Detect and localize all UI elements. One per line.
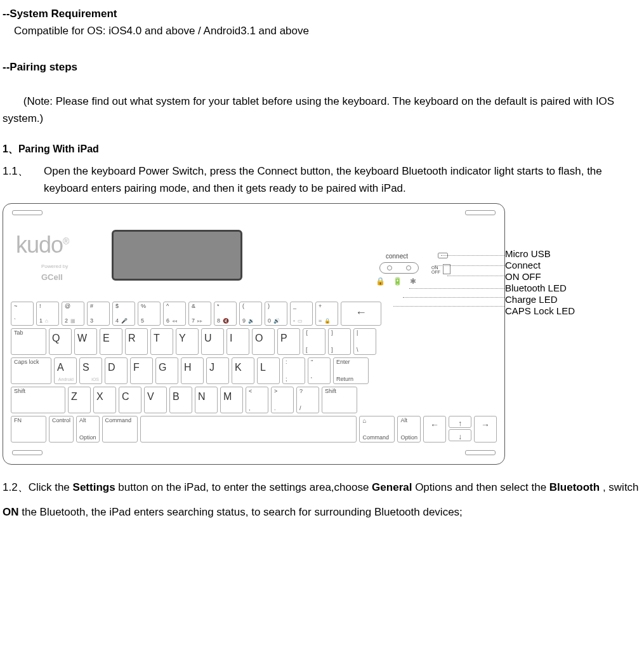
key-arrow-left: ← bbox=[423, 416, 446, 443]
key-F: F bbox=[130, 357, 153, 384]
key-=: +=🔒 bbox=[315, 302, 338, 326]
key-arrow-updown: ↑↓ bbox=[449, 416, 471, 443]
annot-caps-led: CAPS Lock LED bbox=[505, 305, 575, 316]
key-command-left: Command bbox=[102, 416, 138, 443]
key-command-right: ⌂Command bbox=[359, 416, 395, 443]
key-U: U bbox=[201, 328, 224, 355]
key-A: AAndroid bbox=[54, 357, 77, 384]
key-S: SiOS bbox=[79, 357, 102, 384]
step-body-1-1: Open the keyboard Power Switch, press th… bbox=[44, 163, 641, 197]
key-K: K bbox=[232, 357, 254, 384]
key-backspace: ← bbox=[341, 302, 381, 326]
key-shift-right: Shift bbox=[322, 387, 357, 413]
key--: _-▭ bbox=[290, 302, 313, 326]
key-P: P bbox=[277, 328, 300, 355]
connect-label: connect bbox=[386, 251, 419, 262]
key-`: ~` bbox=[11, 302, 34, 326]
key-7: &7▸▸ bbox=[188, 302, 211, 326]
annot-bt-led: Bluetooth LED bbox=[505, 283, 575, 293]
key-3: #3 bbox=[87, 302, 110, 326]
annot-charge-led: Charge LED bbox=[505, 294, 575, 305]
key-L: L bbox=[257, 357, 280, 384]
key-9: (9🔉 bbox=[239, 302, 262, 326]
key-space bbox=[140, 416, 357, 443]
heading-pairing-ipad: 1、Paring With iPad bbox=[3, 141, 641, 157]
key-sym: :; bbox=[282, 357, 305, 384]
key-4: $4🎤 bbox=[112, 302, 135, 326]
key-I: I bbox=[227, 328, 249, 355]
key-J: J bbox=[206, 357, 229, 384]
key-arrow-down: ↓ bbox=[449, 429, 471, 441]
annotation-lines bbox=[441, 251, 504, 321]
key-sym: ?/ bbox=[296, 387, 319, 413]
key-X: X bbox=[93, 387, 116, 413]
key-tab: Tab bbox=[11, 328, 46, 355]
key-sym: >. bbox=[271, 387, 294, 413]
key-Q: Q bbox=[49, 328, 72, 355]
key-Z: Z bbox=[68, 387, 91, 413]
key-option-right: AltOption bbox=[397, 416, 421, 443]
text-sysreq-body: Compatible for OS: iOS4.0 and above / An… bbox=[3, 22, 641, 39]
key-sym: |\ bbox=[353, 328, 376, 355]
step-number-1-1: 1.1、 bbox=[3, 163, 44, 197]
key-sym: {[ bbox=[303, 328, 325, 355]
key-M: M bbox=[220, 387, 243, 413]
charge-led-icon: 🔋 bbox=[393, 276, 402, 288]
solar-panel bbox=[112, 230, 242, 281]
on-off-label: ONOFF bbox=[431, 265, 440, 274]
foot-bar-left bbox=[12, 450, 43, 455]
key-1: !1⌂ bbox=[36, 302, 59, 326]
key-capslock: Caps lock bbox=[11, 357, 51, 384]
key-W: W bbox=[74, 328, 97, 355]
hinge-bar-left bbox=[12, 210, 43, 215]
key-E: E bbox=[100, 328, 122, 355]
annot-connect: Connect bbox=[505, 260, 575, 270]
caps-led-icon: 🔒 bbox=[376, 276, 385, 288]
key-O: O bbox=[252, 328, 275, 355]
key-control: Control bbox=[49, 416, 74, 443]
key-6: ^6◂◂ bbox=[163, 302, 186, 326]
key-enter: EnterReturn bbox=[333, 357, 369, 384]
key-8: *8🔇 bbox=[214, 302, 237, 326]
key-D: D bbox=[105, 357, 128, 384]
key-R: R bbox=[125, 328, 148, 355]
key-arrow-up: ↑ bbox=[449, 416, 471, 428]
heading-pairing-steps: --Pairing steps bbox=[3, 58, 641, 76]
key-5: %5 bbox=[138, 302, 161, 326]
key-H: H bbox=[181, 357, 204, 384]
key-fn: FN bbox=[11, 416, 46, 443]
key-B: B bbox=[169, 387, 192, 413]
keyboard-keys: ~`!1⌂@2▦#3$4🎤%5^6◂◂&7▸▸*8🔇(9🔉)0🔊_-▭+=🔒← … bbox=[10, 302, 498, 443]
key-N: N bbox=[195, 387, 218, 413]
connect-button-icon bbox=[379, 262, 419, 274]
step-body-1-2: 1.2、Click the Settings button on the iPa… bbox=[3, 475, 641, 524]
connector-area: connect ONOFF 🔒 🔋 ✱ bbox=[374, 251, 419, 274]
key-sym: "' bbox=[308, 357, 331, 384]
key-Y: Y bbox=[176, 328, 199, 355]
key-2: @2▦ bbox=[62, 302, 84, 326]
key-shift-left: Shift bbox=[11, 387, 65, 413]
brand-subtitle: Powered by GCell bbox=[41, 261, 69, 284]
foot-bar-right bbox=[465, 450, 496, 455]
bluetooth-led-icon: ✱ bbox=[410, 276, 416, 288]
key-C: C bbox=[119, 387, 141, 413]
keyboard-diagram: kudo® Powered by GCell connect ONOFF 🔒 🔋 bbox=[3, 203, 641, 465]
key-V: V bbox=[144, 387, 167, 413]
text-pairing-note: (Note: Please find out what system for y… bbox=[3, 95, 614, 124]
key-option-left: AltOption bbox=[76, 416, 100, 443]
key-sym: }] bbox=[328, 328, 351, 355]
annot-micro-usb: Micro USB bbox=[505, 248, 575, 259]
key-arrow-right: → bbox=[474, 416, 497, 443]
brand-logo: kudo® bbox=[16, 227, 69, 263]
key-T: T bbox=[150, 328, 173, 355]
annot-on-off: ON OFF bbox=[505, 271, 575, 282]
heading-system-requirement: --System Requirement bbox=[3, 5, 641, 22]
key-0: )0🔊 bbox=[265, 302, 287, 326]
key-G: G bbox=[155, 357, 178, 384]
hinge-bar-right bbox=[465, 210, 496, 215]
annotation-labels: Micro USB Connect ON OFF Bluetooth LED C… bbox=[505, 248, 575, 317]
key-sym: <, bbox=[246, 387, 268, 413]
